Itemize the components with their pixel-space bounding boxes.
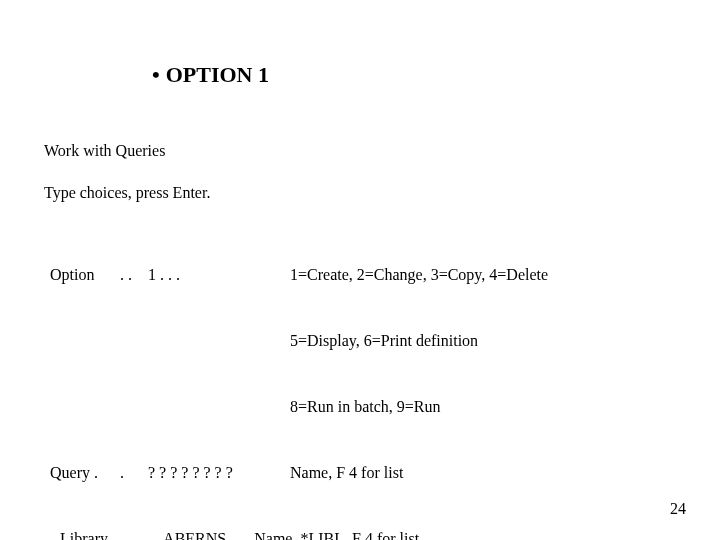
library-value: ABERNS [163, 530, 226, 540]
slide-title-text: OPTION 1 [166, 62, 269, 87]
slide-title: •OPTION 1 [152, 62, 269, 88]
option-help-row-3: 8=Run in batch, 9=Run [50, 396, 548, 418]
option-help-2: 5=Display, 6=Print definition [290, 330, 478, 352]
option-dots: . . [120, 264, 148, 286]
option-help-3: 8=Run in batch, 9=Run [290, 396, 440, 418]
query-help: Name, F 4 for list [290, 462, 403, 484]
bullet-icon: • [152, 62, 160, 88]
library-help: Name, *LIBL, F 4 for list [254, 530, 419, 540]
query-value: ? ? ? ? ? ? ? ? [148, 462, 290, 484]
page-number: 24 [670, 500, 686, 518]
option-label: Option [50, 264, 120, 286]
library-label: Library . . . . . [60, 530, 148, 540]
option-row: Option. .1 . . .1=Create, 2=Change, 3=Co… [50, 264, 548, 286]
library-row: Library . . . . . ABERNS Name, *LIBL, F … [50, 528, 548, 540]
option-value: 1 . . . [148, 264, 290, 286]
instruction-text: Type choices, press Enter. [44, 184, 210, 202]
query-dots: . [120, 462, 148, 484]
form-area: Option. .1 . . .1=Create, 2=Change, 3=Co… [50, 220, 548, 540]
option-help-1: 1=Create, 2=Change, 3=Copy, 4=Delete [290, 264, 548, 286]
option-help-row-2: 5=Display, 6=Print definition [50, 330, 548, 352]
query-label: Query . [50, 462, 120, 484]
query-row: Query .. ? ? ? ? ? ? ? ?Name, F 4 for li… [50, 462, 548, 484]
screen-title: Work with Queries [44, 142, 165, 160]
